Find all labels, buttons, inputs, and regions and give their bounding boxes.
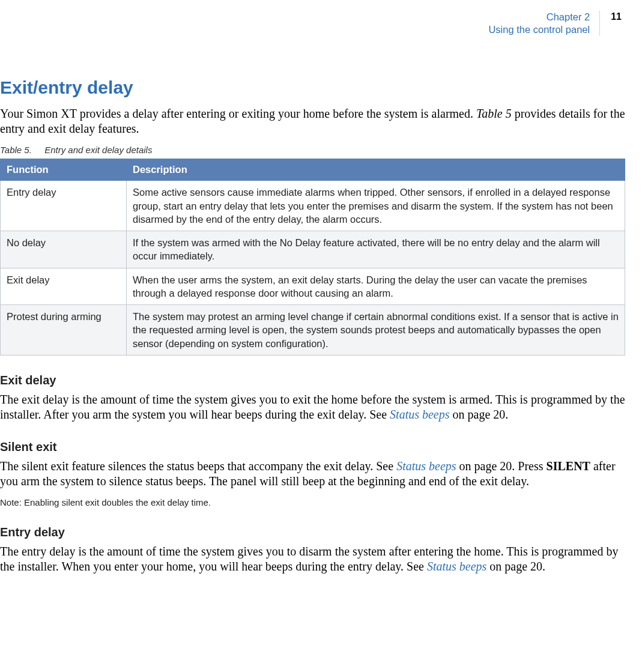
chapter-line-1: Chapter 2 bbox=[488, 11, 590, 23]
table-cell-description: When the user arms the system, an exit d… bbox=[127, 268, 625, 305]
table-row: Exit delay When the user arms the system… bbox=[1, 268, 625, 305]
link-status-beeps[interactable]: Status beeps bbox=[390, 408, 449, 421]
intro-paragraph: Your Simon XT provides a delay after ent… bbox=[0, 106, 625, 136]
intro-text-1: Your Simon XT provides a delay after ent… bbox=[0, 107, 476, 120]
strong-silent: SILENT bbox=[547, 459, 590, 473]
chapter-line-2: Using the control panel bbox=[488, 23, 590, 36]
page-number: 11 bbox=[611, 11, 622, 22]
table-caption-text: Entry and exit delay details bbox=[44, 145, 152, 155]
paragraph-silent-exit: The silent exit feature silences the sta… bbox=[0, 459, 625, 489]
note-text: Enabling silent exit doubles the exit de… bbox=[22, 497, 211, 507]
paragraph-entry-delay: The entry delay is the amount of time th… bbox=[0, 544, 625, 574]
table-header-description: Description bbox=[127, 159, 625, 181]
heading-exit-delay: Exit delay bbox=[0, 374, 625, 387]
table-row: Entry delay Some active sensors cause im… bbox=[1, 181, 625, 231]
note-label: Note: bbox=[0, 497, 22, 507]
table-cell-description: If the system was armed with the No Dela… bbox=[127, 231, 625, 268]
table-row: Protest during arming The system may pro… bbox=[1, 305, 625, 356]
text: The silent exit feature silences the sta… bbox=[0, 459, 396, 473]
paragraph-exit-delay: The exit delay is the amount of time the… bbox=[0, 392, 625, 422]
table-cell-description: Some active sensors cause immediate alar… bbox=[127, 181, 625, 231]
page-header: Chapter 2 Using the control panel 11 bbox=[0, 11, 625, 35]
table-cell-description: The system may protest an arming level c… bbox=[127, 305, 625, 356]
chapter-block: Chapter 2 Using the control panel bbox=[488, 11, 600, 35]
delay-details-table: Function Description Entry delay Some ac… bbox=[0, 159, 625, 356]
table-header-function: Function bbox=[1, 159, 127, 181]
content: Exit/entry delay Your Simon XT provides … bbox=[0, 77, 625, 574]
table-cell-function: Exit delay bbox=[1, 268, 127, 305]
text: The exit delay is the amount of time the… bbox=[0, 393, 625, 421]
table-cell-function: Protest during arming bbox=[1, 305, 127, 356]
table-caption: Table 5. Entry and exit delay details bbox=[0, 145, 625, 155]
page-title: Exit/entry delay bbox=[0, 77, 625, 98]
table-header-row: Function Description bbox=[1, 159, 625, 181]
table-cell-function: No delay bbox=[1, 231, 127, 268]
table-cell-function: Entry delay bbox=[1, 181, 127, 231]
note-silent-exit: Note: Enabling silent exit doubles the e… bbox=[0, 497, 625, 507]
text: on page 20. bbox=[486, 560, 545, 573]
link-status-beeps[interactable]: Status beeps bbox=[427, 560, 486, 573]
link-status-beeps[interactable]: Status beeps bbox=[396, 459, 456, 473]
page-root: Chapter 2 Using the control panel 11 Exi… bbox=[0, 0, 642, 672]
text: on page 20. bbox=[450, 408, 509, 421]
table-row: No delay If the system was armed with th… bbox=[1, 231, 625, 268]
table-caption-label: Table 5. bbox=[0, 145, 42, 155]
table-reference-link[interactable]: Table 5 bbox=[476, 107, 512, 120]
text: on page 20. Press bbox=[456, 459, 547, 473]
heading-entry-delay: Entry delay bbox=[0, 525, 625, 539]
heading-silent-exit: Silent exit bbox=[0, 440, 625, 454]
